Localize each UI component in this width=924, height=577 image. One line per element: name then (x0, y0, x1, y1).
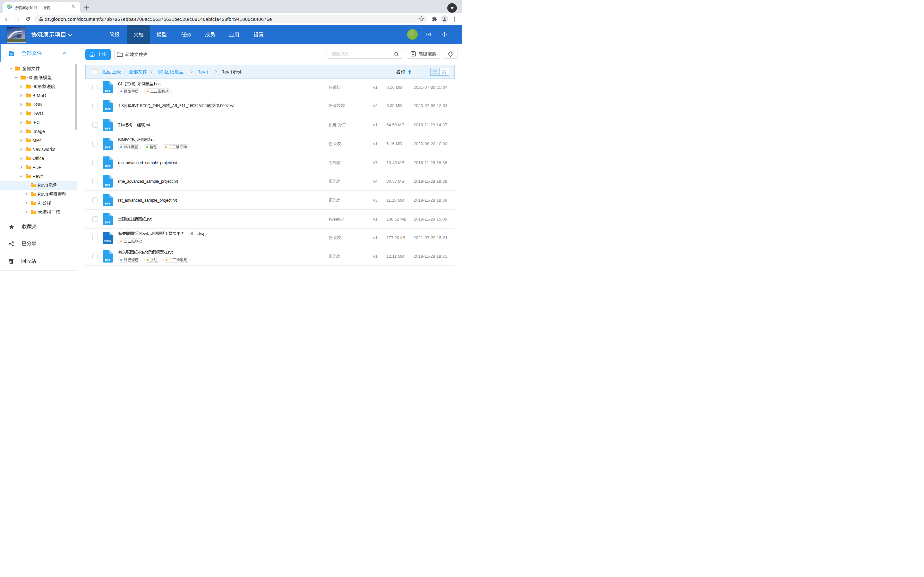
svg-text:RVT: RVT (105, 221, 111, 224)
svg-text:DWG: DWG (104, 239, 111, 243)
svg-text:RVT: RVT (105, 145, 111, 149)
svg-text:RVT: RVT (105, 183, 111, 186)
svg-text:RVT: RVT (105, 202, 111, 205)
svg-text:RVT: RVT (105, 164, 111, 168)
svg-text:RVT: RVT (105, 107, 111, 111)
svg-text:RVT: RVT (105, 127, 111, 130)
svg-text:RVT: RVT (105, 89, 111, 92)
svg-text:RVT: RVT (105, 258, 111, 261)
